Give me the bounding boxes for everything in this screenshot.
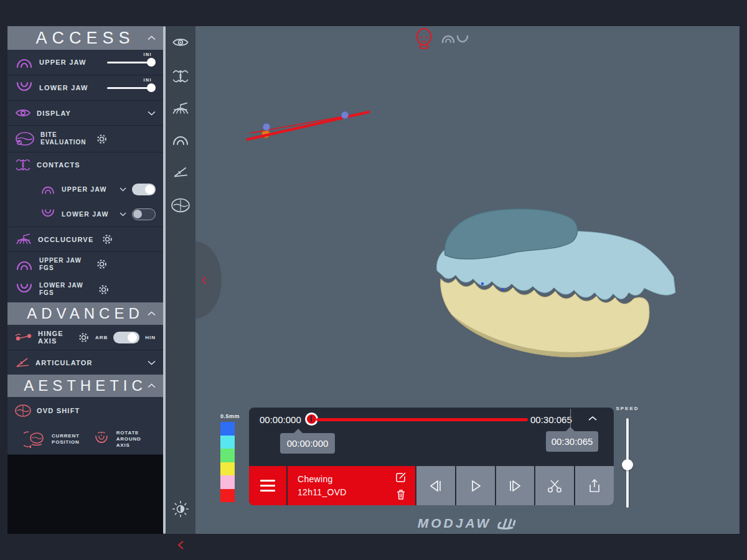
sidebar-item-ovd-shift[interactable]: OVD SHIFT bbox=[7, 397, 163, 424]
start-marker-badge[interactable]: 00:00:000 bbox=[280, 433, 335, 454]
sidebar-item-articulator[interactable]: ARTICULATOR bbox=[7, 350, 163, 375]
contacts-lower-label: LOWER JAW bbox=[62, 210, 109, 218]
sidebar-item-contacts-lower-jaw[interactable]: LOWER JAW bbox=[7, 202, 163, 226]
brightness-icon bbox=[172, 500, 189, 518]
collapse-toolbar-button[interactable] bbox=[166, 533, 195, 558]
brightness-button[interactable] bbox=[166, 497, 195, 521]
chevron-left-icon bbox=[200, 276, 207, 285]
gear-icon[interactable] bbox=[78, 332, 90, 343]
sidebar: ACCESS UPPER JAW INI LOWER JAW INI DISP bbox=[7, 26, 163, 534]
articulator-label: ARTICULATOR bbox=[35, 359, 93, 366]
timeline-collapse-button[interactable] bbox=[588, 416, 597, 421]
hinge-axis-toggle[interactable] bbox=[113, 332, 139, 343]
delete-clip-button[interactable] bbox=[397, 490, 405, 500]
lower-jaw-slider-tag: INI bbox=[144, 78, 152, 82]
sidebar-item-lower-jaw-fgs[interactable]: LOWER JAW FGS bbox=[7, 276, 163, 302]
rotate-around-axis-button[interactable]: ROTATE AROUND AXIS bbox=[93, 430, 156, 449]
eye-icon bbox=[172, 37, 189, 48]
sidebar-item-lower-jaw[interactable]: LOWER JAW INI bbox=[7, 75, 163, 100]
colorbar-swatch bbox=[220, 489, 235, 503]
chevron-left-icon bbox=[177, 540, 184, 550]
export-button[interactable] bbox=[575, 466, 614, 505]
lower-jaw-fgs-label: LOWER JAW FGS bbox=[39, 282, 83, 297]
play-button[interactable] bbox=[456, 466, 495, 505]
jaws-view-button[interactable] bbox=[441, 32, 469, 46]
current-position-button[interactable]: CURRENT POSITION bbox=[24, 431, 80, 448]
clip-info-panel[interactable]: Chewing 12h11_OVD bbox=[288, 466, 415, 505]
gear-icon[interactable] bbox=[96, 133, 108, 145]
articulator-icon bbox=[172, 166, 189, 179]
chevron-down-icon[interactable] bbox=[120, 212, 126, 217]
view-mode-icons bbox=[415, 27, 469, 50]
colorbar-swatch bbox=[220, 449, 235, 462]
colorbar-scale bbox=[220, 422, 235, 502]
dental-model[interactable] bbox=[423, 205, 679, 364]
head-view-button[interactable] bbox=[415, 27, 433, 50]
colorbar-swatch bbox=[220, 436, 235, 449]
cut-button[interactable] bbox=[535, 466, 574, 505]
sidebar-item-upper-jaw[interactable]: UPPER JAW INI bbox=[7, 50, 163, 75]
colorbar-swatch bbox=[220, 475, 235, 489]
speed-label: SPEED bbox=[614, 406, 641, 411]
articulator-icon bbox=[15, 357, 30, 368]
contacts-lower-toggle[interactable] bbox=[132, 208, 156, 220]
toolbar-occlucurve-button[interactable] bbox=[166, 96, 195, 121]
chevron-down-icon[interactable] bbox=[120, 187, 126, 192]
toolbar-contacts-button[interactable] bbox=[166, 63, 195, 88]
export-icon bbox=[587, 478, 602, 494]
sidebar-flyout-handle[interactable] bbox=[195, 241, 222, 319]
bite-evaluation-icon bbox=[15, 131, 35, 146]
scissors-icon bbox=[547, 478, 563, 494]
toolbar-eye-button[interactable] bbox=[166, 30, 195, 55]
slider-knob[interactable] bbox=[147, 58, 156, 67]
timeline-track[interactable] bbox=[316, 418, 528, 421]
next-frame-button[interactable] bbox=[496, 466, 535, 505]
previous-frame-button[interactable] bbox=[416, 466, 455, 505]
lower-jaw-slider[interactable]: INI bbox=[107, 82, 156, 94]
contacts-upper-label: UPPER JAW bbox=[62, 185, 107, 193]
section-header-advanced[interactable]: ADVANCED bbox=[7, 302, 163, 325]
sidebar-item-bite-evaluation[interactable]: BITE EVALUATION bbox=[7, 125, 163, 152]
trash-icon bbox=[397, 490, 405, 500]
upper-jaw-slider[interactable]: INI bbox=[107, 56, 156, 68]
sidebar-item-upper-jaw-fgs[interactable]: UPPER JAW FGS bbox=[7, 251, 163, 276]
gear-icon[interactable] bbox=[96, 258, 108, 270]
end-marker-badge[interactable]: 00:30:065 bbox=[546, 431, 598, 452]
hinge-axis-label: HINGE AXIS bbox=[38, 330, 71, 345]
upper-jaw-icon bbox=[40, 184, 56, 195]
badge-pointer bbox=[566, 427, 575, 431]
section-title-advanced: ADVANCED bbox=[27, 305, 144, 322]
brand-footer: MODJAW bbox=[195, 516, 740, 531]
sidebar-item-contacts[interactable]: CONTACTS bbox=[7, 152, 163, 177]
section-header-access[interactable]: ACCESS bbox=[7, 26, 163, 50]
toolbar-articulator-button[interactable] bbox=[166, 159, 195, 184]
chevron-down-icon[interactable] bbox=[148, 111, 156, 116]
sidebar-item-display[interactable]: DISPLAY bbox=[7, 100, 163, 125]
clip-menu-button[interactable] bbox=[249, 466, 286, 505]
ovd-shift-icon bbox=[15, 404, 31, 417]
section-header-aesthetic[interactable]: AESTHETIC bbox=[7, 375, 163, 397]
toolbar-upper-jaw-button[interactable] bbox=[166, 127, 195, 152]
edit-clip-button[interactable] bbox=[395, 472, 406, 483]
colorbar-label: 0.5mm bbox=[220, 413, 235, 419]
contacts-upper-toggle[interactable] bbox=[132, 184, 156, 195]
brand-logo-icon bbox=[496, 516, 517, 530]
gear-icon[interactable] bbox=[101, 233, 113, 245]
sidebar-item-contacts-upper-jaw[interactable]: UPPER JAW bbox=[7, 177, 163, 202]
chevron-down-icon[interactable] bbox=[148, 360, 156, 365]
sidebar-item-occlucurve[interactable]: OCCLUCURVE bbox=[7, 226, 163, 251]
slider-knob[interactable] bbox=[147, 83, 156, 92]
chevron-up-icon bbox=[588, 416, 597, 421]
contacts-icon bbox=[172, 68, 189, 85]
sidebar-item-hinge-axis[interactable]: HINGE AXIS ARB HIN bbox=[7, 325, 163, 350]
hinge-toggle-right-label: HIN bbox=[145, 335, 156, 340]
slider-track bbox=[107, 87, 153, 89]
speed-slider-knob[interactable] bbox=[622, 459, 633, 470]
chevron-up-icon bbox=[148, 311, 156, 316]
toolbar-bite-button[interactable] bbox=[166, 193, 195, 218]
gear-icon[interactable] bbox=[98, 284, 110, 296]
main-3d-view[interactable]: 0.5mm 00:00:000 00:30:065 00:00:000 00:3… bbox=[195, 26, 740, 534]
next-frame-icon bbox=[507, 478, 523, 494]
edit-icon bbox=[395, 472, 406, 483]
timeline-end-time: 00:30:065 bbox=[530, 414, 572, 425]
